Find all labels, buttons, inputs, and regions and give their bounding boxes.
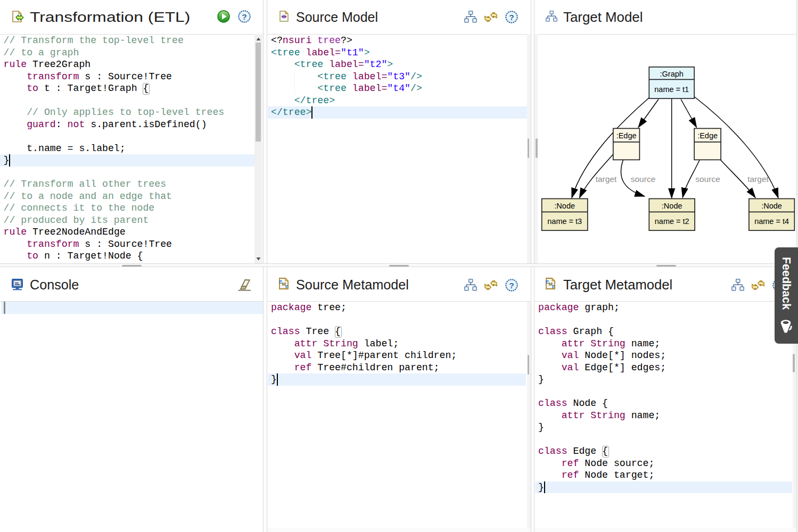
svg-text::Graph: :Graph [660, 70, 683, 78]
svg-text::Edge: :Edge [616, 131, 636, 140]
svg-text::Node: :Node [761, 202, 782, 210]
svg-text:?: ? [242, 12, 246, 21]
svg-text:?: ? [509, 12, 514, 21]
svg-text:source: source [695, 174, 720, 184]
svg-text:name = t2: name = t2 [654, 217, 689, 226]
svg-text::Edge: :Edge [697, 131, 718, 140]
svg-text:F: F [285, 284, 289, 289]
svg-text::Node: :Node [661, 202, 682, 210]
svg-text:target: target [595, 174, 616, 184]
svg-text:name = t1: name = t1 [654, 85, 689, 94]
svg-text:F: F [552, 284, 555, 289]
svg-text:source: source [630, 174, 655, 184]
svg-text:?: ? [509, 280, 514, 289]
svg-text::Node: :Node [554, 202, 575, 210]
svg-text:name = t3: name = t3 [547, 217, 582, 226]
svg-text:target: target [747, 174, 769, 184]
svg-text:name = t4: name = t4 [754, 217, 789, 226]
